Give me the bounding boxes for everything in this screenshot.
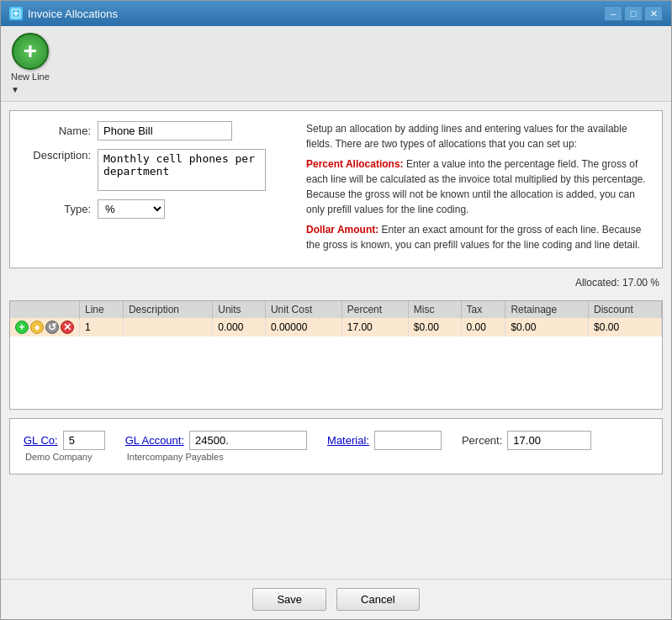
material-input[interactable] <box>374 431 442 450</box>
col-line: Line <box>80 301 124 318</box>
new-line-button[interactable]: + New Line <box>11 33 50 82</box>
col-icons <box>10 301 80 318</box>
title-buttons: – □ ✕ <box>604 6 663 21</box>
row-icons-cell: + ● ↺ ✕ <box>10 318 80 336</box>
close-button[interactable]: ✕ <box>644 6 663 21</box>
allocated-value: 17.00 % <box>622 277 659 289</box>
gl-co-label[interactable]: GL Co: <box>24 434 58 447</box>
cell-description[interactable] <box>123 318 212 336</box>
form-section: Name: Description: Monthly cell phones p… <box>9 110 663 268</box>
col-description: Description <box>123 301 212 318</box>
help-percent: Percent Allocations: Enter a value into … <box>306 156 648 217</box>
delete-row-icon[interactable]: ✕ <box>61 321 74 334</box>
cell-retainage[interactable]: $0.00 <box>505 318 589 336</box>
toolbar: + New Line ▼ <box>1 26 671 102</box>
table-row[interactable]: + ● ↺ ✕ 1 0.000 0.00000 17.00 $0.00 0.0 <box>10 318 662 336</box>
help-dollar: Dollar Amount: Enter an exact amount for… <box>306 222 648 252</box>
gl-co-inline: GL Co: <box>24 431 105 450</box>
window-icon <box>9 7 23 20</box>
edit-row-icon[interactable]: ● <box>30 321 44 334</box>
description-row: Description: Monthly cell phones per dep… <box>24 149 293 191</box>
row-icons: + ● ↺ ✕ <box>15 321 74 334</box>
gl-account-field: GL Account: Intercompany Payables <box>125 431 307 462</box>
gl-account-input[interactable] <box>189 431 307 450</box>
percent-inline: Percent: <box>462 431 591 450</box>
invoice-allocations-window: Invoice Allocations – □ ✕ + New Line ▼ N… <box>0 0 672 620</box>
percent-field: Percent: <box>462 431 591 450</box>
gl-account-inline: GL Account: <box>125 431 307 450</box>
gl-co-sub: Demo Company <box>24 452 105 462</box>
allocated-bar: Allocated: 17.00 % <box>9 277 663 292</box>
col-misc: Misc <box>408 301 461 318</box>
maximize-button[interactable]: □ <box>624 6 643 21</box>
new-line-label: New Line <box>11 72 50 82</box>
col-retainage: Retainage <box>505 301 589 318</box>
cell-unit-cost[interactable]: 0.00000 <box>265 318 341 336</box>
col-tax: Tax <box>461 301 505 318</box>
type-select[interactable]: % $ <box>98 199 165 219</box>
minimize-button[interactable]: – <box>604 6 622 21</box>
window-title: Invoice Allocations <box>28 8 118 20</box>
cell-misc[interactable]: $0.00 <box>408 318 461 336</box>
cancel-button[interactable]: Cancel <box>336 588 419 611</box>
gl-account-label[interactable]: GL Account: <box>125 434 184 447</box>
material-inline: Material: <box>327 431 442 450</box>
col-percent: Percent <box>341 301 408 318</box>
table-header: Line Description Units Unit Cost Percent… <box>10 301 662 318</box>
save-button[interactable]: Save <box>252 588 326 611</box>
new-line-icon: + <box>12 33 49 70</box>
col-discount: Discount <box>589 301 662 318</box>
allocated-label: Allocated: <box>575 277 620 289</box>
cell-percent[interactable]: 17.00 <box>341 318 408 336</box>
form-left: Name: Description: Monthly cell phones p… <box>24 121 293 257</box>
gl-co-field: GL Co: Demo Company <box>24 431 105 462</box>
name-row: Name: <box>24 121 293 140</box>
name-label: Name: <box>24 125 91 137</box>
detail-section: GL Co: Demo Company GL Account: Intercom… <box>9 418 663 474</box>
name-input[interactable] <box>98 121 232 140</box>
main-content: Name: Description: Monthly cell phones p… <box>1 102 671 579</box>
cell-line: 1 <box>80 318 124 336</box>
percent-label: Percent: <box>462 434 502 447</box>
cell-units[interactable]: 0.000 <box>213 318 266 336</box>
type-label: Type: <box>24 203 91 215</box>
title-bar: Invoice Allocations – □ ✕ <box>1 1 671 26</box>
add-row-icon[interactable]: + <box>15 321 29 334</box>
help-dollar-title: Dollar Amount: <box>306 224 378 236</box>
gl-account-sub: Intercompany Payables <box>125 452 307 462</box>
col-units: Units <box>213 301 266 318</box>
percent-input[interactable] <box>507 431 591 450</box>
allocations-table: Line Description Units Unit Cost Percent… <box>10 301 662 336</box>
col-unit-cost: Unit Cost <box>265 301 341 318</box>
description-label: Description: <box>24 149 91 162</box>
reset-row-icon[interactable]: ↺ <box>45 321 59 334</box>
material-field: Material: <box>327 431 442 450</box>
cell-tax[interactable]: 0.00 <box>461 318 505 336</box>
dropdown-arrow[interactable]: ▼ <box>11 85 19 94</box>
help-text-1: Setup an allocation by adding lines and … <box>306 121 648 151</box>
detail-row: GL Co: Demo Company GL Account: Intercom… <box>24 431 648 462</box>
material-label[interactable]: Material: <box>327 434 369 447</box>
cell-discount[interactable]: $0.00 <box>589 318 662 336</box>
footer: Save Cancel <box>1 579 671 619</box>
type-row: Type: % $ <box>24 199 293 219</box>
table-section: Line Description Units Unit Cost Percent… <box>9 300 663 410</box>
help-percent-title: Percent Allocations: <box>306 158 404 170</box>
description-input[interactable]: Monthly cell phones per department <box>98 149 266 191</box>
gl-co-input[interactable] <box>63 431 105 450</box>
form-help: Setup an allocation by adding lines and … <box>306 121 648 257</box>
